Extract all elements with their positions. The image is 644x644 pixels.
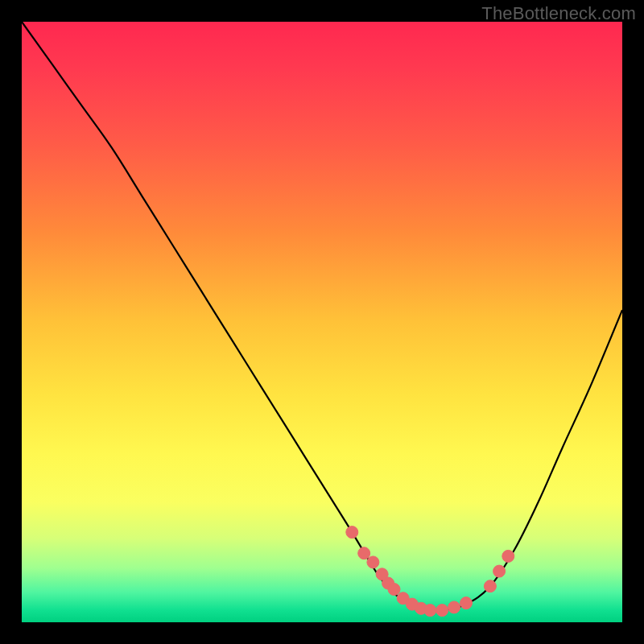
marker-dot <box>424 605 436 617</box>
marker-dot <box>484 580 496 592</box>
chart-area <box>22 22 622 622</box>
marker-dot <box>358 547 370 559</box>
marker-dot <box>493 565 506 577</box>
marker-dots <box>346 526 514 617</box>
marker-dot <box>502 550 514 562</box>
marker-dot <box>436 605 448 617</box>
watermark-text: TheBottleneck.com <box>481 3 636 24</box>
marker-dot <box>367 556 379 568</box>
bottleneck-chart-svg <box>22 22 622 622</box>
marker-dot <box>460 597 473 609</box>
marker-dot <box>388 584 400 596</box>
bottleneck-curve <box>22 22 622 612</box>
marker-dot <box>346 526 358 539</box>
marker-dot <box>448 601 460 613</box>
